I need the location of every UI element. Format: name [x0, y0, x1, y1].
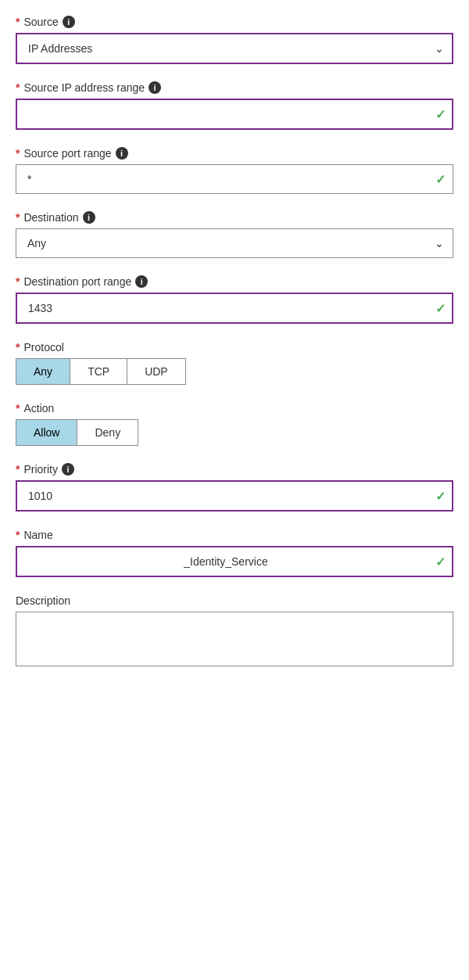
priority-label-text: Priority: [23, 463, 58, 476]
destination-label-text: Destination: [23, 211, 78, 224]
destination-port-range-input-wrapper: ✓: [16, 293, 453, 324]
name-required-star: *: [16, 529, 20, 541]
destination-port-range-info-icon[interactable]: i: [135, 275, 148, 288]
priority-input[interactable]: [16, 480, 453, 512]
protocol-any-button[interactable]: Any: [16, 359, 70, 384]
source-port-range-info-icon[interactable]: i: [116, 147, 128, 160]
source-required-star: *: [16, 16, 20, 28]
destination-port-range-field-group: * Destination port range i ✓: [16, 275, 453, 324]
name-input-wrapper: ✓: [16, 546, 453, 577]
source-info-icon[interactable]: i: [63, 16, 75, 28]
destination-port-range-check-icon: ✓: [435, 301, 446, 316]
source-port-range-input-wrapper: ✓: [16, 164, 453, 194]
description-label-text: Description: [16, 594, 70, 607]
action-toggle-group: Allow Deny: [16, 419, 138, 446]
priority-required-star: *: [16, 463, 20, 476]
name-input[interactable]: [16, 546, 453, 577]
name-label: * Name: [16, 529, 453, 541]
description-field-group: Description: [16, 594, 453, 669]
protocol-udp-button[interactable]: UDP: [127, 359, 185, 384]
source-label-text: Source: [23, 16, 58, 28]
destination-port-range-required-star: *: [16, 275, 20, 288]
destination-select[interactable]: Any IP Addresses Service Tag Application…: [16, 228, 453, 258]
action-field-group: * Action Allow Deny: [16, 402, 453, 446]
name-field-group: * Name ✓: [16, 529, 453, 577]
priority-info-icon[interactable]: i: [62, 463, 74, 476]
action-required-star: *: [16, 402, 20, 415]
destination-info-icon[interactable]: i: [83, 211, 95, 224]
destination-port-range-label-text: Destination port range: [23, 275, 131, 288]
source-ip-range-input[interactable]: [16, 99, 453, 130]
destination-port-range-label: * Destination port range i: [16, 275, 453, 288]
destination-field-group: * Destination i Any IP Addresses Service…: [16, 211, 453, 258]
source-port-range-input[interactable]: [16, 164, 453, 194]
protocol-label: * Protocol: [16, 341, 453, 354]
source-field-group: * Source i IP Addresses Any Service Tag …: [16, 16, 453, 64]
source-port-range-field-group: * Source port range i ✓: [16, 147, 453, 194]
source-port-range-required-star: *: [16, 147, 20, 160]
source-port-range-label: * Source port range i: [16, 147, 453, 160]
description-label: Description: [16, 594, 453, 607]
action-deny-button[interactable]: Deny: [77, 420, 138, 445]
action-label-text: Action: [23, 402, 54, 415]
protocol-required-star: *: [16, 341, 20, 354]
source-port-range-label-text: Source port range: [23, 147, 111, 160]
destination-port-range-input[interactable]: [16, 293, 453, 324]
priority-check-icon: ✓: [435, 489, 446, 504]
priority-label: * Priority i: [16, 463, 453, 476]
priority-input-wrapper: ✓: [16, 480, 453, 512]
source-ip-range-label: * Source IP address range i: [16, 81, 453, 94]
protocol-tcp-button[interactable]: TCP: [70, 359, 127, 384]
name-label-text: Name: [23, 529, 52, 541]
source-select-wrapper: IP Addresses Any Service Tag Application…: [16, 33, 453, 64]
action-allow-button[interactable]: Allow: [16, 420, 77, 445]
source-ip-range-check-icon: ✓: [435, 107, 446, 122]
destination-select-wrapper: Any IP Addresses Service Tag Application…: [16, 228, 453, 258]
protocol-label-text: Protocol: [23, 341, 63, 354]
protocol-toggle-group: Any TCP UDP: [16, 358, 186, 385]
source-label: * Source i: [16, 16, 453, 28]
destination-label: * Destination i: [16, 211, 453, 224]
source-port-range-check-icon: ✓: [435, 172, 446, 187]
source-select[interactable]: IP Addresses Any Service Tag Application…: [16, 33, 453, 64]
action-label: * Action: [16, 402, 453, 415]
description-textarea[interactable]: [16, 612, 453, 666]
priority-field-group: * Priority i ✓: [16, 463, 453, 512]
destination-required-star: *: [16, 211, 20, 224]
protocol-field-group: * Protocol Any TCP UDP: [16, 341, 453, 385]
source-ip-range-label-text: Source IP address range: [23, 81, 145, 94]
source-ip-range-required-star: *: [16, 81, 20, 94]
source-ip-range-input-wrapper: ✓: [16, 99, 453, 130]
source-ip-range-info-icon[interactable]: i: [149, 81, 161, 94]
name-check-icon: ✓: [435, 555, 446, 569]
source-ip-range-field-group: * Source IP address range i ✓: [16, 81, 453, 130]
